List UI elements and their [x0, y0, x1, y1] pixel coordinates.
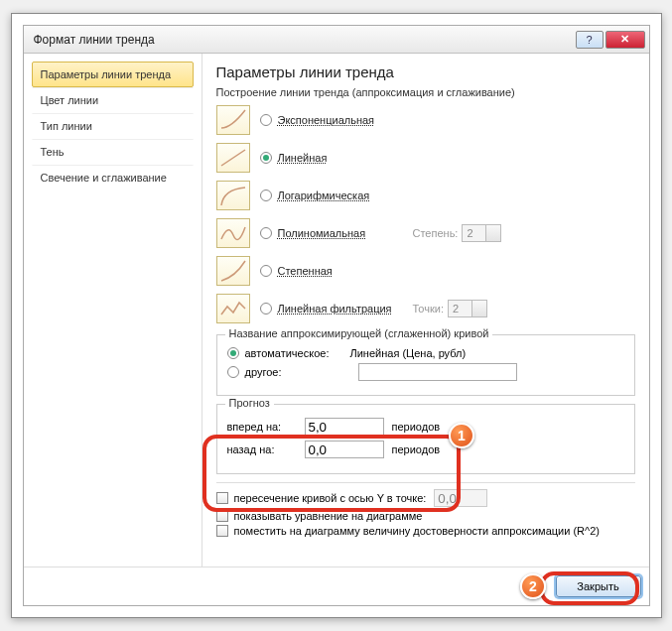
- label-power: Степенная: [278, 265, 407, 277]
- radio-name-auto[interactable]: [227, 347, 239, 359]
- forward-input[interactable]: [305, 418, 384, 436]
- logarithmic-icon: [216, 181, 250, 210]
- name-fieldset: Название аппроксимирующей (сглаженной) к…: [216, 334, 635, 396]
- radio-moving-avg[interactable]: [260, 303, 272, 315]
- intercept-label: пересечение кривой с осью Y в точке:: [234, 492, 427, 504]
- radio-power[interactable]: [260, 265, 272, 277]
- build-group-label: Построение линии тренда (аппроксимация и…: [216, 86, 635, 98]
- equation-label: показывать уравнение на диаграмме: [234, 510, 423, 522]
- intercept-input[interactable]: [434, 489, 487, 507]
- check-intercept[interactable]: [216, 492, 228, 504]
- polynomial-icon: [216, 218, 250, 248]
- radio-logarithmic[interactable]: [260, 189, 272, 201]
- radio-exponential[interactable]: [260, 114, 272, 126]
- backward-input[interactable]: [305, 441, 384, 458]
- name-legend: Название аппроксимирующей (сглаженной) к…: [225, 327, 493, 339]
- label-moving-avg: Линейная фильтрация: [278, 303, 407, 315]
- sidebar-item-trendline-options[interactable]: Параметры линии тренда: [32, 62, 194, 87]
- backward-label: назад на:: [227, 443, 297, 455]
- radio-polynomial[interactable]: [260, 227, 272, 239]
- sidebar-item-line-type[interactable]: Тип линии: [32, 113, 194, 139]
- backward-unit: периодов: [392, 443, 441, 455]
- main-panel: Параметры линии тренда Построение линии …: [202, 54, 649, 567]
- points-label: Точки:: [413, 303, 444, 315]
- window-title: Формат линии тренда: [34, 33, 574, 47]
- label-polynomial: Полиномиальная: [278, 227, 407, 239]
- svg-line-0: [221, 150, 245, 166]
- check-equation[interactable]: [216, 510, 228, 522]
- sidebar-item-shadow[interactable]: Тень: [32, 139, 194, 165]
- panel-heading: Параметры линии тренда: [216, 63, 635, 80]
- forward-unit: периодов: [392, 421, 441, 433]
- points-spinner[interactable]: 2: [448, 300, 487, 317]
- forecast-fieldset: Прогноз вперед на: периодов назад на: пе…: [216, 404, 635, 474]
- footer: Закрыть: [24, 567, 649, 605]
- sidebar: Параметры линии тренда Цвет линии Тип ли…: [24, 54, 202, 567]
- window-close-button[interactable]: ✕: [605, 31, 645, 49]
- sidebar-item-glow[interactable]: Свечение и сглаживание: [32, 165, 194, 190]
- label-linear: Линейная: [278, 152, 407, 164]
- help-button[interactable]: ?: [576, 31, 604, 49]
- degree-spinner[interactable]: 2: [462, 224, 501, 242]
- annotation-callout-2: 2: [520, 573, 546, 599]
- moving-avg-icon: [216, 294, 250, 323]
- name-auto-label: автоматическое:: [245, 347, 350, 359]
- label-exponential: Экспоненциальная: [278, 114, 407, 126]
- sidebar-item-line-color[interactable]: Цвет линии: [32, 87, 194, 113]
- radio-linear[interactable]: [260, 152, 272, 164]
- degree-label: Степень:: [413, 227, 459, 239]
- titlebar: Формат линии тренда ? ✕: [24, 26, 649, 54]
- r2-label: поместить на диаграмму величину достовер…: [234, 525, 600, 537]
- name-auto-value: Линейная (Цена, рубл): [350, 347, 467, 359]
- name-other-label: другое:: [245, 366, 350, 378]
- forward-label: вперед на:: [227, 421, 297, 433]
- power-icon: [216, 256, 250, 286]
- radio-name-other[interactable]: [227, 366, 239, 378]
- linear-icon: [216, 143, 250, 173]
- label-logarithmic: Логарифмическая: [278, 189, 407, 201]
- forecast-legend: Прогноз: [225, 397, 274, 409]
- check-r2[interactable]: [216, 525, 228, 537]
- exponential-icon: [216, 105, 250, 135]
- annotation-callout-1: 1: [449, 423, 474, 448]
- name-other-input[interactable]: [358, 363, 517, 381]
- close-button[interactable]: Закрыть: [556, 575, 641, 597]
